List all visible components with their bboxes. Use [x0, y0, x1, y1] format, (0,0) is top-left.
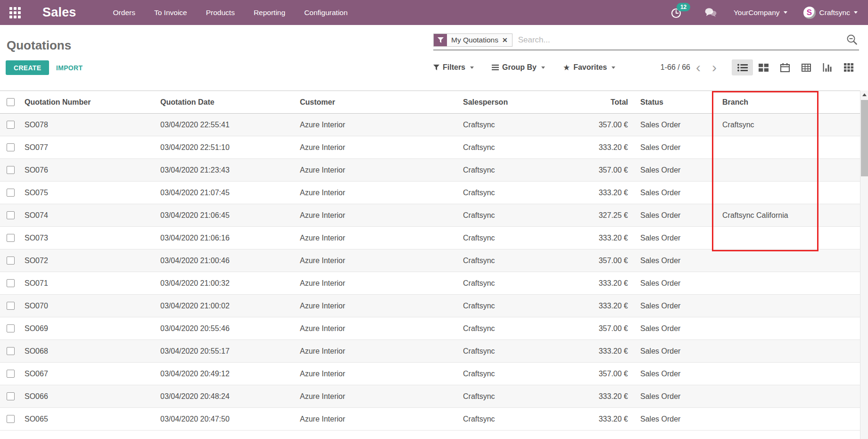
cell-total: 333.20 € — [552, 279, 629, 288]
cell-quotation-number: SO077 — [19, 143, 155, 152]
cell-quotation-number: SO065 — [19, 415, 155, 423]
cell-quotation-number: SO069 — [19, 324, 155, 333]
column-header-quotation-number[interactable]: Quotation Number — [19, 98, 155, 107]
apps-menu-button[interactable] — [7, 4, 24, 21]
row-checkbox[interactable] — [7, 143, 15, 151]
cell-total: 333.20 € — [552, 189, 629, 197]
table-row[interactable]: SO075 03/04/2020 21:07:45 Azure Interior… — [0, 182, 860, 204]
import-button[interactable]: IMPORT — [56, 60, 83, 75]
group-by-dropdown[interactable]: Group By — [492, 63, 545, 72]
menu-reporting[interactable]: Reporting — [244, 1, 295, 25]
row-checkbox[interactable] — [7, 415, 15, 423]
menu-products[interactable]: Products — [197, 1, 244, 25]
cell-status: Sales Order — [629, 257, 709, 265]
activity-count-badge: 12 — [677, 3, 690, 11]
menu-to-invoice[interactable]: To Invoice — [145, 1, 197, 25]
table-row[interactable]: SO071 03/04/2020 21:00:32 Azure Interior… — [0, 272, 860, 295]
group-by-icon — [492, 65, 499, 70]
cell-salesperson: Craftsync — [457, 143, 552, 152]
cell-quotation-number: SO070 — [19, 302, 155, 310]
company-switcher[interactable]: YourCompany — [734, 8, 787, 17]
scrollbar-thumb[interactable] — [861, 100, 868, 176]
row-checkbox[interactable] — [7, 257, 15, 265]
scroll-up-button[interactable] — [860, 91, 868, 99]
view-pivot-button[interactable] — [795, 59, 817, 75]
app-title[interactable]: Sales — [42, 5, 76, 20]
pager-previous-button[interactable]: ‹ — [690, 60, 706, 75]
filters-dropdown[interactable]: Filters — [433, 63, 474, 72]
view-activity-button[interactable] — [838, 59, 859, 75]
cell-quotation-number: SO078 — [19, 121, 155, 129]
cell-customer: Azure Interior — [294, 324, 457, 333]
filters-label: Filters — [443, 63, 465, 72]
cell-quotation-number: SO067 — [19, 370, 155, 378]
table-row[interactable]: SO066 03/04/2020 20:48:24 Azure Interior… — [0, 385, 860, 408]
table-row[interactable]: SO077 03/04/2020 22:51:10 Azure Interior… — [0, 136, 860, 159]
cell-quotation-date: 03/04/2020 21:00:32 — [155, 279, 294, 288]
facet-close-icon[interactable]: ✕ — [501, 34, 512, 46]
vertical-scrollbar[interactable] — [860, 91, 868, 439]
menu-configuration[interactable]: Configuration — [295, 1, 357, 25]
cell-quotation-number: SO071 — [19, 279, 155, 288]
view-calendar-icon — [780, 63, 790, 72]
view-activity-icon — [844, 63, 853, 72]
filter-funnel-icon — [433, 65, 439, 70]
cell-quotation-number: SO075 — [19, 189, 155, 197]
row-checkbox[interactable] — [7, 234, 15, 242]
view-kanban-button[interactable] — [753, 59, 774, 75]
table-row[interactable]: SO069 03/04/2020 20:55:46 Azure Interior… — [0, 317, 860, 340]
row-checkbox[interactable] — [7, 302, 15, 310]
cell-customer: Azure Interior — [294, 370, 457, 378]
table-row[interactable]: SO067 03/04/2020 20:49:12 Azure Interior… — [0, 363, 860, 385]
column-header-salesperson[interactable]: Salesperson — [457, 98, 552, 107]
cell-salesperson: Craftsync — [457, 257, 552, 265]
cell-total: 333.20 € — [552, 234, 629, 242]
cell-quotation-date: 03/04/2020 20:49:12 — [155, 370, 294, 378]
table-row[interactable]: SO070 03/04/2020 21:00:02 Azure Interior… — [0, 295, 860, 317]
column-header-customer[interactable]: Customer — [294, 98, 457, 107]
cell-total: 357.00 € — [552, 257, 629, 265]
table-row[interactable]: SO074 03/04/2020 21:06:45 Azure Interior… — [0, 204, 860, 227]
table-row[interactable]: SO072 03/04/2020 21:00:46 Azure Interior… — [0, 249, 860, 272]
table-row[interactable]: SO068 03/04/2020 20:55:17 Azure Interior… — [0, 340, 860, 363]
table-row[interactable]: SO078 03/04/2020 22:55:41 Azure Interior… — [0, 114, 860, 136]
cell-quotation-date: 03/04/2020 22:55:41 — [155, 121, 294, 129]
row-checkbox[interactable] — [7, 324, 15, 332]
page-title: Quotations — [7, 38, 71, 53]
cell-quotation-date: 03/04/2020 20:55:46 — [155, 324, 294, 333]
view-list-button[interactable] — [732, 59, 753, 75]
user-menu[interactable]: S Craftsync — [803, 7, 858, 19]
company-name: YourCompany — [734, 8, 780, 17]
table-row[interactable]: SO073 03/04/2020 21:06:16 Azure Interior… — [0, 227, 860, 249]
column-header-branch[interactable]: Branch — [709, 98, 860, 107]
favorites-dropdown[interactable]: ★ Favorites — [563, 63, 615, 73]
row-checkbox[interactable] — [7, 392, 15, 400]
view-calendar-button[interactable] — [774, 59, 795, 75]
pager-next-button[interactable]: › — [706, 60, 722, 75]
view-graph-button[interactable] — [817, 59, 838, 75]
row-checkbox[interactable] — [7, 211, 15, 219]
row-checkbox[interactable] — [7, 121, 15, 129]
menu-orders[interactable]: Orders — [104, 1, 145, 25]
column-header-total[interactable]: Total — [552, 98, 629, 107]
cell-status: Sales Order — [629, 143, 709, 152]
search-icon[interactable] — [846, 34, 858, 46]
create-button[interactable]: CREATE — [6, 60, 49, 75]
row-checkbox[interactable] — [7, 370, 15, 378]
table-row[interactable]: SO076 03/04/2020 21:23:43 Azure Interior… — [0, 159, 860, 182]
row-checkbox[interactable] — [7, 279, 15, 287]
cell-quotation-number: SO072 — [19, 257, 155, 265]
row-checkbox[interactable] — [7, 166, 15, 174]
cell-status: Sales Order — [629, 347, 709, 356]
column-header-quotation-date[interactable]: Quotation Date — [155, 98, 294, 107]
column-header-status[interactable]: Status — [629, 98, 709, 107]
search-input[interactable] — [514, 35, 846, 45]
messages-menu-button[interactable] — [704, 7, 718, 18]
select-all-checkbox[interactable] — [7, 98, 15, 106]
pager-range: 1-66 / 66 — [661, 63, 690, 72]
activity-menu-button[interactable]: 12 — [670, 7, 688, 18]
table-row[interactable]: SO065 03/04/2020 20:47:50 Azure Interior… — [0, 408, 860, 431]
top-navbar: Sales Orders To Invoice Products Reporti… — [0, 0, 868, 25]
row-checkbox[interactable] — [7, 189, 15, 197]
row-checkbox[interactable] — [7, 347, 15, 355]
